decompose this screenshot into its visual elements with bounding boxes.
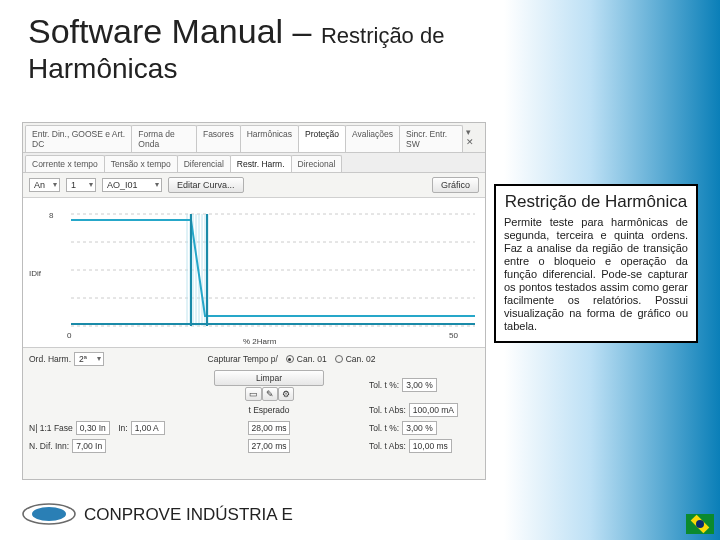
xtick-0: 0: [67, 331, 72, 340]
callout-title: Restrição de Harmônica: [504, 192, 688, 212]
tol1pct-label: Tol. t %:: [369, 380, 399, 390]
tab-harmonics[interactable]: Harmônicas: [240, 125, 299, 152]
in-input[interactable]: 1,00 A: [131, 421, 165, 435]
series-high: [71, 220, 475, 316]
tab-protection[interactable]: Proteção: [298, 125, 346, 152]
expected-label: t Esperado: [248, 405, 289, 415]
brand-logo: [22, 502, 76, 526]
tol1pct-input[interactable]: 3,00 %: [402, 378, 436, 392]
radio-icon: [335, 355, 343, 363]
x-label: % 2Harm: [243, 337, 277, 346]
in-label: In:: [118, 423, 127, 433]
tab-evaluations[interactable]: Avaliações: [345, 125, 400, 152]
radio-can02[interactable]: Can. 02: [335, 354, 376, 364]
ndif-input[interactable]: 7,00 In: [72, 439, 106, 453]
timepoint-2: 27,00 ms: [177, 439, 361, 453]
chart-svg: 8 IDif 0 % 2Harm 50: [23, 198, 487, 348]
radio-icon: [286, 355, 294, 363]
ndif-label: N. Dif. Inn:: [29, 441, 69, 451]
ord-harm-field: Ord. Harm. 2ª: [29, 352, 104, 366]
tol1abs-label: Tol. t Abs:: [369, 405, 406, 415]
footer-text: CONPROVE INDÚSTRIA E: [84, 505, 293, 525]
tol2pct-input[interactable]: 3,00 %: [402, 421, 436, 435]
chart-toolbar: An 1 AO_I01 Editar Curva... Gráfico: [23, 173, 485, 198]
tol2abs-label: Tol. t Abs:: [369, 441, 406, 451]
svg-point-14: [32, 507, 66, 521]
tol1abs-input[interactable]: 100,00 mA: [409, 403, 458, 417]
toolbutton-3[interactable]: ⚙: [278, 387, 294, 401]
sub-tabs: Corrente x tempo Tensão x tempo Diferenc…: [23, 153, 485, 173]
title-tail: Harmônicas: [28, 53, 720, 85]
channel-type-combo[interactable]: An: [29, 178, 60, 192]
radio-can01[interactable]: Can. 01: [286, 354, 327, 364]
toolbutton-2[interactable]: ✎: [262, 387, 278, 401]
timepoint-1: 28,00 ms: [177, 421, 361, 435]
subtab-vxtime[interactable]: Tensão x tempo: [104, 155, 178, 172]
bottom-panel: Ord. Harm. 2ª Capturar Tempo p/ Can. 01 …: [23, 348, 485, 457]
tab-phasors[interactable]: Fasores: [196, 125, 241, 152]
app-window: Entr. Din., GOOSE e Art. DC Forma de Ond…: [22, 122, 486, 480]
xtick-max: 50: [449, 331, 458, 340]
y-label: IDif: [29, 269, 42, 278]
main-tabs: Entr. Din., GOOSE e Art. DC Forma de Ond…: [23, 123, 485, 153]
channel-index-combo[interactable]: 1: [66, 178, 96, 192]
toolbutton-1[interactable]: ▭: [245, 387, 262, 401]
title-sub: Restrição de: [321, 23, 445, 48]
subtab-diff[interactable]: Diferencial: [177, 155, 231, 172]
capture-label: Capturar Tempo p/: [208, 354, 278, 364]
tol2pct-label: Tol. t %:: [369, 423, 399, 433]
channel-select-combo[interactable]: AO_I01: [102, 178, 162, 192]
n1-input[interactable]: 0,30 In: [76, 421, 110, 435]
ord-harm-label: Ord. Harm.: [29, 354, 71, 364]
callout-box: Restrição de Harmônica Permite teste par…: [494, 184, 698, 343]
chart-area: 8 IDif 0 % 2Harm 50: [23, 198, 485, 348]
view-mode-button[interactable]: Gráfico: [432, 177, 479, 193]
brazil-flag-icon: [686, 514, 714, 534]
tol2abs-input[interactable]: 10,00 ms: [409, 439, 452, 453]
edit-curve-button[interactable]: Editar Curva...: [168, 177, 244, 193]
ord-harm-combo[interactable]: 2ª: [74, 352, 104, 366]
slide-title: Software Manual – Restrição de Harmônica…: [0, 0, 720, 91]
subtab-restr-harm[interactable]: Restr. Harm.: [230, 155, 292, 172]
ytick-max: 8: [49, 211, 54, 220]
title-main: Software Manual –: [28, 12, 321, 50]
n1-label: N| 1:1 Fase: [29, 423, 73, 433]
panel-close-button[interactable]: ▾ ✕: [462, 125, 483, 152]
subtab-directional[interactable]: Direcional: [291, 155, 343, 172]
subtab-ixtime[interactable]: Corrente x tempo: [25, 155, 105, 172]
tab-sync[interactable]: Sincr. Entr. SW: [399, 125, 463, 152]
clear-button[interactable]: Limpar: [214, 370, 324, 386]
callout-body: Permite teste para harmônicas de segunda…: [504, 216, 688, 333]
tab-waveform[interactable]: Forma de Onda: [131, 125, 197, 152]
tab-io[interactable]: Entr. Din., GOOSE e Art. DC: [25, 125, 132, 152]
